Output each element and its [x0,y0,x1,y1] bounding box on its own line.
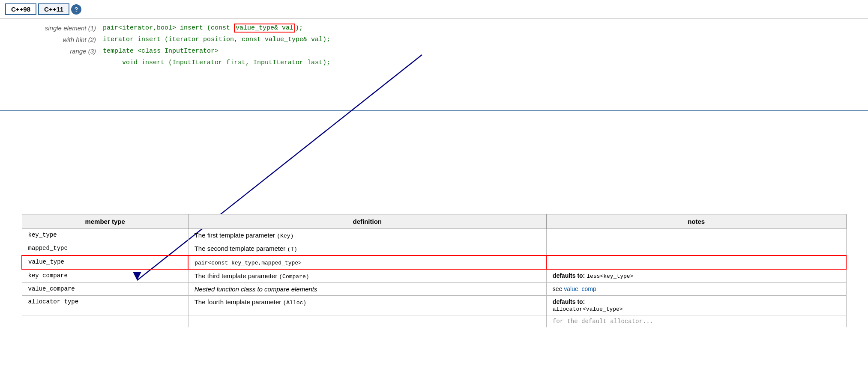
member-mapped-type: mapped_type [22,242,188,256]
table-row: allocator_type The fourth template param… [22,296,846,315]
notes-key-type [546,229,846,242]
defaults-value: less<key_type> [587,273,633,279]
col-header-definition: definition [188,214,546,229]
code-row-1: single element (1) pair<iterator,bool> i… [17,22,851,34]
allocator-default: allocator<value_type> [553,306,623,312]
def-key-compare: The third template parameter (Compare) [188,269,546,283]
table-row: mapped_type The second template paramete… [22,242,846,256]
tab-cpp11[interactable]: C++11 [38,3,69,15]
member-value-compare: value_compare [22,283,188,296]
table-row-value-type: value_type pair<const key_type,mapped_ty… [22,255,846,269]
value-type-highlight: value_type& val [234,24,295,33]
value-comp-link[interactable]: value_comp [564,285,596,292]
table-row-partial: for the default allocator... [22,315,846,328]
table-row: key_compare The third template parameter… [22,269,846,283]
defaults-to-label: defaults to: [553,272,585,279]
notes-value-compare: see value_comp [546,283,846,296]
code-label-3: range (3) [17,45,103,57]
code-label-1: single element (1) [17,22,103,34]
table-section: member type definition notes key_type Th… [21,214,847,327]
code-section: C++98 C++11 ? single element (1) pair<it… [0,0,868,111]
help-icon[interactable]: ? [71,4,81,15]
code-mapped: (T) [287,246,297,252]
partial-notes: for the default allocator... [546,315,846,328]
member-types-table: member type definition notes key_type Th… [21,214,847,327]
def-value-compare-text: Nested function class to compare element… [195,285,317,293]
def-value-type: pair<const key_type,mapped_type> [188,255,546,269]
code-key: (Key) [277,233,293,239]
code-label-2: with hint (2) [17,34,103,45]
col-header-notes: notes [546,214,846,229]
notes-allocator-type: defaults to:allocator<value_type> [546,296,846,315]
table-row: value_compare Nested function class to c… [22,283,846,296]
code-row-2: with hint (2) iterator insert (iterator … [17,34,851,45]
member-value-type: value_type [22,255,188,269]
member-key-compare: key_compare [22,269,188,283]
def-allocator-type: The fourth template parameter (Alloc) [188,296,546,315]
def-key-type: The first template parameter (Key) [188,229,546,242]
code-compare: (Compare) [279,273,309,280]
tabs-row: C++98 C++11 ? [0,0,868,19]
member-key-type: key_type [22,229,188,242]
notes-mapped-type [546,242,846,256]
def-value-compare: Nested function class to compare element… [188,283,546,296]
table-row: key_type The first template parameter (K… [22,229,846,242]
code-row-3: range (3) template <class InputIterator>… [17,45,851,68]
col-header-member: member type [22,214,188,229]
partial-member [22,315,188,328]
notes-key-compare: defaults to: less<key_type> [546,269,846,283]
notes-value-type [546,255,846,269]
value-type-definition: pair<const key_type,mapped_type> [195,260,302,266]
code-alloc: (Alloc) [283,300,306,306]
partial-def [188,315,546,328]
def-mapped-type: The second template parameter (T) [188,242,546,256]
code-content-1: pair<iterator,bool> insert (const value_… [103,22,303,34]
code-content-3: template <class InputIterator> void inse… [103,45,330,68]
defaults-to-label2: defaults to: [553,298,585,305]
table-header-row: member type definition notes [22,214,846,229]
member-allocator-type: allocator_type [22,296,188,315]
code-content-2: iterator insert (iterator position, cons… [103,34,330,45]
tab-cpp98[interactable]: C++98 [5,3,36,15]
page-wrapper: C++98 C++11 ? single element (1) pair<it… [0,0,868,392]
code-block: single element (1) pair<iterator,bool> i… [0,19,868,72]
